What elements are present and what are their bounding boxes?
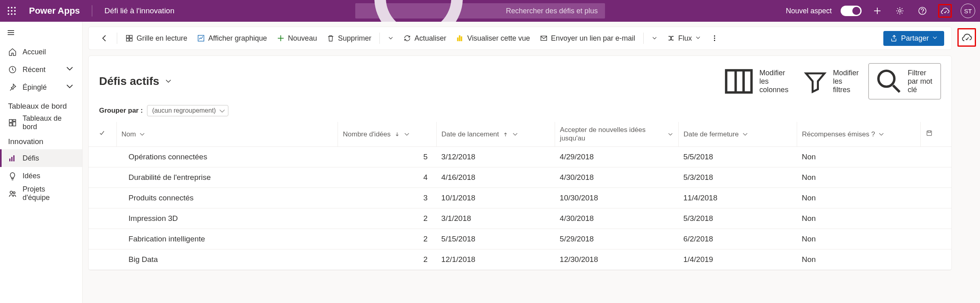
row-checkbox[interactable] <box>89 167 116 188</box>
cell-accept: 10/30/2018 <box>555 188 679 208</box>
cmd-overflow-2[interactable] <box>648 33 661 43</box>
global-search[interactable] <box>355 3 605 19</box>
dashboard-icon <box>8 118 17 127</box>
col-header-ideas[interactable]: Nombre d'idées <box>338 122 437 146</box>
row-checkbox[interactable] <box>89 229 116 249</box>
cell-name[interactable]: Produits connectés <box>116 188 338 208</box>
cell-accept: 4/30/2018 <box>555 167 679 188</box>
edit-filters-button[interactable]: Modifier les filtres <box>801 67 860 96</box>
divider <box>379 33 380 44</box>
app-name[interactable]: Power Apps <box>29 6 80 16</box>
sidebar-item-recent[interactable]: Récent <box>0 61 82 78</box>
cell-end <box>920 147 951 167</box>
search-icon <box>874 67 903 96</box>
col-header-launch[interactable]: Date de lancement <box>437 122 555 146</box>
copilot-side-button[interactable] <box>957 28 976 47</box>
view-selector[interactable]: Défis actifs <box>99 75 172 88</box>
cmd-email-link[interactable]: Envoyer un lien par e-mail <box>536 32 639 45</box>
cell-accept: 5/29/2018 <box>555 229 679 249</box>
share-button[interactable]: Partager <box>883 31 944 46</box>
col-header-name[interactable]: Nom <box>116 122 338 146</box>
cmd-more[interactable] <box>707 32 723 45</box>
cell-reward: Non <box>797 208 920 229</box>
chevron-down-icon <box>667 131 673 138</box>
sidebar-item-defis[interactable]: Défis <box>0 149 82 167</box>
app-launcher-icon[interactable] <box>5 4 19 18</box>
cell-reward: Non <box>797 167 920 188</box>
sidebar-item-projets[interactable]: Projets d'équipe <box>0 185 82 202</box>
col-header-save[interactable] <box>920 122 951 146</box>
plus-icon <box>277 34 285 42</box>
table-row[interactable]: Big Data212/1/201812/30/20181/4/2019Non <box>89 249 951 270</box>
cell-accept: 12/30/2018 <box>555 249 679 270</box>
user-avatar[interactable]: ST <box>961 4 975 18</box>
table-row[interactable]: Durabilité de l'entreprise44/16/20184/30… <box>89 167 951 188</box>
new-look-toggle[interactable] <box>841 6 862 16</box>
col-header-reward[interactable]: Récompenses émises ? <box>797 122 920 146</box>
ctrl-label: Modifier les colonnes <box>759 69 793 94</box>
search-input[interactable] <box>506 7 599 15</box>
add-button[interactable] <box>870 4 884 18</box>
table-row[interactable]: Impression 3D23/1/20184/30/20185/3/2018N… <box>89 208 951 229</box>
col-header-accept[interactable]: Accepter de nouvelles idées jusqu'au <box>555 122 679 146</box>
cell-name[interactable]: Big Data <box>116 249 338 270</box>
collapse-sidebar-button[interactable] <box>0 24 82 43</box>
sort-desc-icon <box>394 131 400 138</box>
cmd-visualize[interactable]: Visualiser cette vue <box>452 32 534 45</box>
cmd-new[interactable]: Nouveau <box>273 32 321 45</box>
settings-button[interactable] <box>893 4 907 18</box>
col-header-close[interactable]: Date de fermeture <box>678 122 797 146</box>
cmd-delete[interactable]: Supprimer <box>323 32 375 45</box>
group-by-select[interactable]: (aucun regroupement) <box>147 105 228 116</box>
cmd-flow[interactable]: Flux <box>663 32 705 45</box>
cell-launch: 3/12/2018 <box>437 147 555 167</box>
row-checkbox[interactable] <box>89 147 116 167</box>
cell-end <box>920 188 951 208</box>
sidebar-item-idees[interactable]: Idées <box>0 167 82 185</box>
cell-name[interactable]: Fabrication intelligente <box>116 229 338 249</box>
col-label: Récompenses émises ? <box>802 130 875 138</box>
cmd-show-chart[interactable]: Afficher graphique <box>193 32 271 45</box>
col-select-all[interactable] <box>89 122 116 146</box>
team-icon <box>8 189 17 198</box>
row-checkbox[interactable] <box>89 208 116 229</box>
sidebar-item-home[interactable]: Accueil <box>0 43 82 61</box>
copilot-header-button[interactable] <box>938 4 952 18</box>
cmd-label: Visualiser cette vue <box>467 34 530 43</box>
keyword-filter[interactable]: Filtrer par mot clé <box>868 63 941 99</box>
cmd-overflow-1[interactable] <box>384 33 398 43</box>
sidebar-item-dashboards[interactable]: Tableaux de bord <box>0 114 82 132</box>
chevron-down-icon <box>65 64 74 75</box>
cell-end <box>920 229 951 249</box>
cell-reward: Non <box>797 188 920 208</box>
divider <box>643 33 644 44</box>
sidebar-item-pinned[interactable]: Épinglé <box>0 78 82 96</box>
chart-icon <box>197 34 205 42</box>
cell-reward: Non <box>797 229 920 249</box>
cell-end <box>920 249 951 270</box>
cmd-read-grid[interactable]: Grille en lecture <box>121 32 191 45</box>
col-label: Nombre d'idées <box>343 130 391 138</box>
cmd-refresh[interactable]: Actualiser <box>399 32 450 45</box>
edit-columns-button[interactable]: Modifier les colonnes <box>721 64 793 99</box>
main-area: Grille en lecture Afficher graphique Nou… <box>83 22 980 303</box>
table-row[interactable]: Produits connectés310/1/201810/30/201811… <box>89 188 951 208</box>
cell-close: 5/3/2018 <box>678 167 797 188</box>
back-button[interactable] <box>96 31 113 45</box>
table-row[interactable]: Opérations connectées53/12/20184/29/2018… <box>89 147 951 167</box>
view-card: Défis actifs Modifier les colonnes Modif… <box>88 56 952 270</box>
columns-icon <box>721 64 756 99</box>
table-row[interactable]: Fabrication intelligente25/15/20185/29/2… <box>89 229 951 249</box>
chevron-down-icon <box>878 131 885 138</box>
row-checkbox[interactable] <box>89 249 116 270</box>
new-look-label: Nouvel aspect <box>786 7 832 15</box>
cell-name[interactable]: Durabilité de l'entreprise <box>116 167 338 188</box>
row-checkbox[interactable] <box>89 188 116 208</box>
command-bar: Grille en lecture Afficher graphique Nou… <box>88 27 952 50</box>
help-button[interactable] <box>916 4 929 18</box>
cell-name[interactable]: Opérations connectées <box>116 147 338 167</box>
sidebar-label: Idées <box>23 172 40 180</box>
chevron-down-icon <box>742 131 748 138</box>
cell-name[interactable]: Impression 3D <box>116 208 338 229</box>
divider <box>92 5 92 16</box>
